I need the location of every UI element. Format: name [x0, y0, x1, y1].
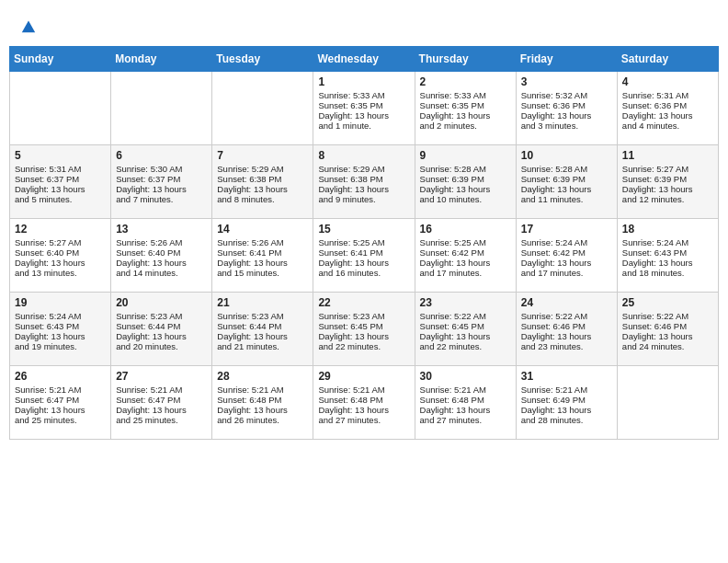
day-info-line: Sunrise: 5:26 AM	[116, 237, 207, 247]
day-info-line: Sunset: 6:41 PM	[318, 247, 409, 258]
day-info-line: Daylight: 13 hours	[420, 258, 511, 268]
day-info-line: and 9 minutes.	[318, 194, 409, 204]
calendar-cell: 31Sunrise: 5:21 AMSunset: 6:49 PMDayligh…	[516, 366, 617, 440]
calendar-cell: 25Sunrise: 5:22 AMSunset: 6:46 PMDayligh…	[617, 293, 718, 366]
day-info-line: Sunrise: 5:26 AM	[217, 237, 308, 247]
calendar-cell: 29Sunrise: 5:21 AMSunset: 6:48 PMDayligh…	[313, 366, 415, 440]
day-number: 2	[420, 75, 511, 88]
day-number: 7	[217, 149, 308, 162]
day-info-line: Sunset: 6:48 PM	[318, 395, 409, 405]
weekday-header-tuesday: Tuesday	[212, 47, 313, 72]
day-info-line: Sunrise: 5:27 AM	[622, 164, 713, 174]
day-info-line: Sunrise: 5:22 AM	[521, 311, 612, 321]
day-number: 14	[217, 223, 308, 236]
day-info-line: Sunrise: 5:29 AM	[217, 164, 308, 174]
day-info-line: Sunrise: 5:28 AM	[521, 164, 612, 174]
day-number: 26	[15, 370, 106, 383]
day-info-line: Daylight: 13 hours	[521, 331, 612, 341]
day-info-line: Daylight: 13 hours	[420, 405, 511, 415]
day-info-line: Daylight: 13 hours	[622, 184, 713, 194]
calendar-cell: 17Sunrise: 5:24 AMSunset: 6:42 PMDayligh…	[516, 219, 617, 293]
day-info-line: Sunrise: 5:21 AM	[420, 385, 511, 395]
day-info-line: Sunrise: 5:21 AM	[217, 385, 308, 395]
day-info-line: and 16 minutes.	[318, 268, 409, 278]
day-info-line: Daylight: 13 hours	[116, 258, 207, 268]
weekday-header-sunday: Sunday	[10, 47, 111, 72]
calendar-cell: 28Sunrise: 5:21 AMSunset: 6:48 PMDayligh…	[212, 366, 313, 440]
calendar-cell	[111, 72, 212, 145]
day-info-line: Sunset: 6:46 PM	[622, 321, 713, 331]
calendar-cell: 15Sunrise: 5:25 AMSunset: 6:41 PMDayligh…	[313, 219, 415, 293]
day-info-line: and 25 minutes.	[15, 415, 106, 425]
day-info-line: Sunrise: 5:25 AM	[420, 237, 511, 247]
calendar-cell	[617, 366, 718, 440]
day-info-line: Daylight: 13 hours	[217, 184, 308, 194]
day-info-line: Daylight: 13 hours	[318, 110, 409, 121]
weekday-header-thursday: Thursday	[415, 47, 516, 72]
day-info-line: Sunrise: 5:27 AM	[15, 237, 106, 247]
day-info-line: and 28 minutes.	[521, 415, 612, 425]
day-info-line: Sunset: 6:37 PM	[116, 174, 207, 184]
day-info-line: and 17 minutes.	[521, 268, 612, 278]
day-info-line: Sunset: 6:38 PM	[318, 174, 409, 184]
day-info-line: and 14 minutes.	[116, 268, 207, 278]
day-info-line: Sunset: 6:47 PM	[116, 395, 207, 405]
day-info-line: Sunset: 6:44 PM	[217, 321, 308, 331]
day-info-line: Daylight: 13 hours	[420, 110, 511, 121]
day-info-line: Sunset: 6:44 PM	[116, 321, 207, 331]
day-info-line: and 3 minutes.	[521, 121, 612, 131]
day-info-line: and 12 minutes.	[622, 194, 713, 204]
day-info-line: and 22 minutes.	[420, 341, 511, 351]
day-info-line: Sunrise: 5:23 AM	[217, 311, 308, 321]
day-info-line: and 27 minutes.	[318, 415, 409, 425]
day-info-line: Sunset: 6:35 PM	[420, 100, 511, 110]
day-info-line: Sunrise: 5:22 AM	[420, 311, 511, 321]
calendar-cell: 23Sunrise: 5:22 AMSunset: 6:45 PMDayligh…	[415, 293, 516, 366]
calendar-cell: 4Sunrise: 5:31 AMSunset: 6:36 PMDaylight…	[617, 72, 718, 145]
day-number: 6	[116, 149, 207, 162]
weekday-header-friday: Friday	[516, 47, 617, 72]
day-info-line: Sunset: 6:42 PM	[420, 247, 511, 258]
calendar-cell: 18Sunrise: 5:24 AMSunset: 6:43 PMDayligh…	[617, 219, 718, 293]
day-number: 18	[622, 223, 713, 236]
logo-text	[18, 14, 37, 36]
day-info-line: Sunset: 6:37 PM	[15, 174, 106, 184]
calendar-cell: 8Sunrise: 5:29 AMSunset: 6:38 PMDaylight…	[313, 145, 415, 219]
day-number: 13	[116, 223, 207, 236]
day-info-line: Daylight: 13 hours	[318, 331, 409, 341]
day-info-line: Sunset: 6:45 PM	[420, 321, 511, 331]
day-number: 9	[420, 149, 511, 162]
day-info-line: Daylight: 13 hours	[15, 405, 106, 415]
day-info-line: Sunset: 6:39 PM	[521, 174, 612, 184]
svg-marker-0	[22, 21, 35, 33]
day-info-line: Sunrise: 5:23 AM	[116, 311, 207, 321]
day-info-line: Sunrise: 5:22 AM	[622, 311, 713, 321]
day-info-line: Daylight: 13 hours	[521, 405, 612, 415]
calendar-week-4: 19Sunrise: 5:24 AMSunset: 6:43 PMDayligh…	[10, 293, 719, 366]
day-info-line: Daylight: 13 hours	[622, 110, 713, 121]
calendar-week-5: 26Sunrise: 5:21 AMSunset: 6:47 PMDayligh…	[10, 366, 719, 440]
day-info-line: Sunrise: 5:24 AM	[15, 311, 106, 321]
day-info-line: and 19 minutes.	[15, 341, 106, 351]
day-info-line: Daylight: 13 hours	[318, 258, 409, 268]
calendar-cell: 27Sunrise: 5:21 AMSunset: 6:47 PMDayligh…	[111, 366, 212, 440]
day-info-line: and 15 minutes.	[217, 268, 308, 278]
calendar-cell: 9Sunrise: 5:28 AMSunset: 6:39 PMDaylight…	[415, 145, 516, 219]
day-info-line: Sunset: 6:41 PM	[217, 247, 308, 258]
calendar-cell: 19Sunrise: 5:24 AMSunset: 6:43 PMDayligh…	[10, 293, 111, 366]
day-info-line: Sunset: 6:48 PM	[420, 395, 511, 405]
day-info-line: Sunset: 6:38 PM	[217, 174, 308, 184]
day-info-line: Sunrise: 5:23 AM	[318, 311, 409, 321]
day-info-line: Sunset: 6:40 PM	[116, 247, 207, 258]
calendar-cell: 21Sunrise: 5:23 AMSunset: 6:44 PMDayligh…	[212, 293, 313, 366]
day-info-line: and 13 minutes.	[15, 268, 106, 278]
day-info-line: Daylight: 13 hours	[622, 258, 713, 268]
day-info-line: and 5 minutes.	[15, 194, 106, 204]
day-info-line: Sunrise: 5:33 AM	[420, 90, 511, 100]
calendar-cell: 11Sunrise: 5:27 AMSunset: 6:39 PMDayligh…	[617, 145, 718, 219]
day-info-line: Daylight: 13 hours	[217, 331, 308, 341]
day-info-line: and 24 minutes.	[622, 341, 713, 351]
day-info-line: Sunrise: 5:33 AM	[318, 90, 409, 100]
day-number: 28	[217, 370, 308, 383]
day-number: 3	[521, 75, 612, 88]
